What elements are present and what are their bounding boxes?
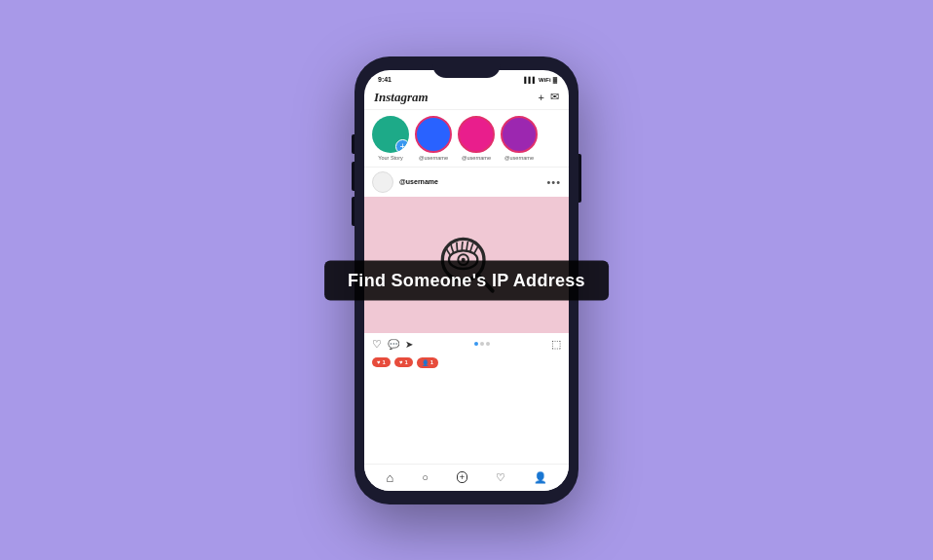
phone-notch <box>432 56 501 78</box>
heart-action-icon[interactable]: ♡ <box>372 338 382 351</box>
comments-badge: ♥ 1 <box>394 357 413 367</box>
tagged-count: 1 <box>430 359 433 365</box>
your-story-circle <box>372 116 409 153</box>
story-2[interactable]: @username <box>458 116 495 161</box>
story-3[interactable]: @username <box>501 116 538 161</box>
story-label-3: @username <box>504 155 534 161</box>
post-stats: ♥ 1 ♥ 1 👤 1 <box>364 355 569 370</box>
story-circle-2 <box>458 116 495 153</box>
story-your-story[interactable]: Your Story <box>372 116 409 161</box>
phone-mute-button <box>352 134 355 154</box>
instagram-logo: Instagram <box>374 90 429 105</box>
phone-volume-down-button <box>352 197 355 226</box>
carousel-dots <box>419 342 545 346</box>
battery-icon: ▓ <box>553 77 557 83</box>
signal-icon: ▌▌▌ <box>524 77 537 83</box>
tagged-badge: 👤 1 <box>417 357 438 368</box>
story-label-2: @username <box>462 155 491 161</box>
post-more-icon[interactable]: ••• <box>546 176 561 188</box>
heart-nav-icon[interactable]: ♡ <box>496 471 505 484</box>
comment-action-icon[interactable]: 💬 <box>388 339 399 350</box>
title-banner: Find Someone's IP Address <box>324 260 609 300</box>
dot-3 <box>486 342 490 346</box>
post-header: @username ••• <box>364 168 569 197</box>
profile-nav-icon[interactable]: 👤 <box>534 471 547 484</box>
phone-volume-up-button <box>352 162 355 191</box>
header-icons: + ✉ <box>539 91 559 103</box>
dot-2 <box>480 342 484 346</box>
wifi-icon: WiFi <box>539 77 551 83</box>
bottom-navigation: ⌂ ○ + ♡ 👤 <box>364 464 569 491</box>
story-label-1: @username <box>419 155 448 161</box>
story-circle-1 <box>415 116 452 153</box>
post-actions: ♡ 💬 ➤ ⬚ <box>364 333 569 355</box>
likes-count: 1 <box>383 359 386 365</box>
phone-power-button <box>578 154 581 203</box>
dot-1 <box>474 342 478 346</box>
comments-count: 1 <box>404 359 407 365</box>
likes-heart-icon: ♥ <box>377 359 381 365</box>
home-nav-icon[interactable]: ⌂ <box>386 470 393 485</box>
search-nav-icon[interactable]: ○ <box>422 471 429 483</box>
comments-heart-icon: ♥ <box>399 359 403 365</box>
main-scene: 9:41 ▌▌▌ WiFi ▓ Instagram + ✉ Yo <box>355 56 578 504</box>
story-circle-3 <box>501 116 538 153</box>
your-story-label: Your Story <box>378 155 402 161</box>
instagram-header: Instagram + ✉ <box>364 88 569 110</box>
status-icons: ▌▌▌ WiFi ▓ <box>524 77 557 83</box>
likes-badge: ♥ 1 <box>372 357 391 367</box>
tagged-person-icon: 👤 <box>422 359 429 366</box>
bookmark-action-icon[interactable]: ⬚ <box>551 338 561 351</box>
add-post-icon[interactable]: + <box>539 92 544 103</box>
status-time: 9:41 <box>378 76 392 83</box>
title-text: Find Someone's IP Address <box>348 270 585 289</box>
post-avatar <box>372 171 393 193</box>
share-action-icon[interactable]: ➤ <box>405 339 413 350</box>
stories-row: Your Story @username @username @username <box>364 110 569 168</box>
add-nav-icon[interactable]: + <box>457 471 467 483</box>
story-1[interactable]: @username <box>415 116 452 161</box>
post-username: @username <box>399 178 541 185</box>
message-icon[interactable]: ✉ <box>550 91 559 103</box>
